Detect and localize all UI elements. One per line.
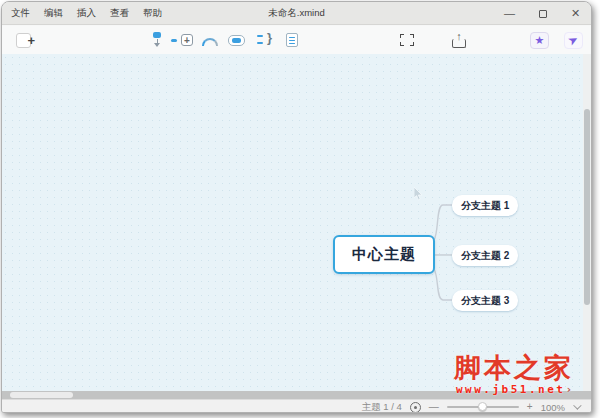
menu-edit[interactable]: 编辑: [44, 7, 63, 20]
branch-topic-node[interactable]: 分支主题 3: [452, 290, 518, 311]
relationship-icon: [202, 38, 218, 46]
horizontal-scrollbar-thumb[interactable]: [10, 392, 73, 398]
note-icon: [286, 33, 298, 47]
minimize-button[interactable]: —: [504, 8, 515, 19]
favorite-button[interactable]: ★: [530, 30, 549, 50]
insert-topic-icon: +: [171, 33, 193, 47]
zoom-slider-knob[interactable]: [478, 402, 487, 411]
horizontal-scrollbar[interactable]: [2, 391, 591, 399]
summary-button[interactable]: }: [257, 30, 273, 50]
zoom-slider[interactable]: [447, 406, 519, 408]
vertical-scrollbar[interactable]: [583, 54, 591, 391]
star-icon: ★: [530, 32, 549, 49]
paper-plane-icon: ➤: [564, 32, 583, 49]
zoom-dropdown-chevron-icon[interactable]: [573, 401, 581, 409]
mindmap-canvas[interactable]: 中心主题 分支主题 1 分支主题 2 分支主题 3: [2, 54, 591, 391]
menu-view[interactable]: 查看: [110, 7, 129, 20]
fullscreen-icon: [400, 34, 414, 46]
app-window: 文件 编辑 插入 查看 帮助 未命名.xmind — ✕ + +: [1, 1, 592, 413]
window-controls: — ✕: [504, 2, 581, 25]
branch-topic-node[interactable]: 分支主题 1: [452, 195, 518, 216]
branch-topic-node[interactable]: 分支主题 2: [452, 245, 518, 266]
menu-file[interactable]: 文件: [11, 7, 30, 20]
relationship-button[interactable]: [202, 30, 218, 50]
zoom-in-button[interactable]: +: [527, 402, 533, 412]
insert-topic-button[interactable]: +: [171, 30, 193, 50]
send-button[interactable]: ➤: [564, 30, 583, 50]
fit-map-icon[interactable]: [410, 402, 421, 413]
menubar: 文件 编辑 插入 查看 帮助: [2, 7, 162, 20]
share-button[interactable]: ↑: [452, 30, 466, 50]
insert-subtopic-button[interactable]: [149, 30, 165, 50]
toolbar: + + }: [2, 26, 591, 54]
titlebar: 文件 编辑 插入 查看 帮助 未命名.xmind — ✕: [2, 2, 591, 25]
zoom-out-button[interactable]: —: [429, 402, 439, 412]
new-topic-icon: +: [16, 33, 31, 48]
summary-icon: }: [257, 32, 273, 48]
boundary-button[interactable]: [228, 30, 245, 50]
maximize-icon: [539, 10, 547, 18]
share-icon: ↑: [452, 33, 466, 48]
central-topic-node[interactable]: 中心主题: [333, 235, 435, 274]
vertical-scrollbar-thumb[interactable]: [584, 109, 590, 305]
maximize-button[interactable]: [537, 8, 548, 19]
insert-subtopic-icon: [149, 32, 165, 48]
connector-lines: [2, 54, 591, 391]
mouse-cursor: [414, 187, 424, 201]
menu-insert[interactable]: 插入: [77, 7, 96, 20]
new-topic-button[interactable]: +: [16, 30, 31, 50]
fullscreen-button[interactable]: [400, 30, 414, 50]
close-button[interactable]: ✕: [570, 8, 581, 19]
note-button[interactable]: [286, 30, 298, 50]
menu-help[interactable]: 帮助: [143, 7, 162, 20]
zoom-level[interactable]: 100%: [541, 402, 565, 413]
statusbar: 主题 1 / 4 — + 100%: [2, 399, 591, 413]
boundary-icon: [228, 35, 245, 46]
topic-counter: 主题 1 / 4: [362, 401, 402, 414]
